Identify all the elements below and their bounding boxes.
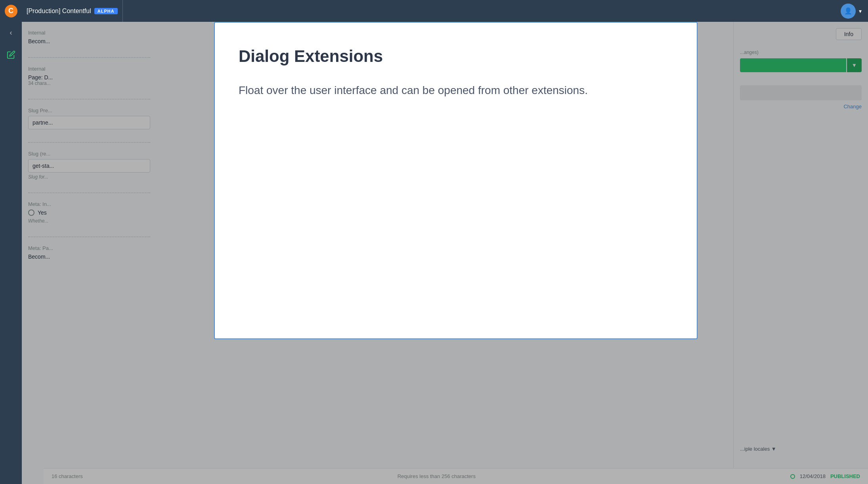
dialog-description: Float over the user interface and can be… <box>239 82 673 99</box>
app-title-area: [Production] Contentful ALPHA <box>22 0 123 22</box>
avatar[interactable]: 👤 <box>841 4 856 19</box>
user-dropdown[interactable]: ▾ <box>859 8 862 14</box>
edit-icon-sidebar[interactable] <box>0 44 22 65</box>
left-sidebar: ‹ <box>0 22 22 484</box>
logo-area: C <box>0 0 22 22</box>
dialog-box: Dialog Extensions Float over the user in… <box>214 22 698 339</box>
dialog-overlay: Dialog Extensions Float over the user in… <box>22 22 868 484</box>
dialog-title: Dialog Extensions <box>239 46 673 66</box>
alpha-badge: ALPHA <box>94 8 118 14</box>
contentful-logo: C <box>5 5 17 17</box>
main-content: Internal Becom... Internal Page: D... 34… <box>22 22 868 484</box>
app-title: [Production] Contentful <box>27 8 91 15</box>
back-icon: ‹ <box>10 29 12 37</box>
top-nav: C [Production] Contentful ALPHA 👤 ▾ <box>0 0 868 22</box>
logo-letter: C <box>8 7 13 15</box>
avatar-icon: 👤 <box>844 7 852 15</box>
edit-icon <box>7 50 15 59</box>
back-button[interactable]: ‹ <box>0 22 22 44</box>
